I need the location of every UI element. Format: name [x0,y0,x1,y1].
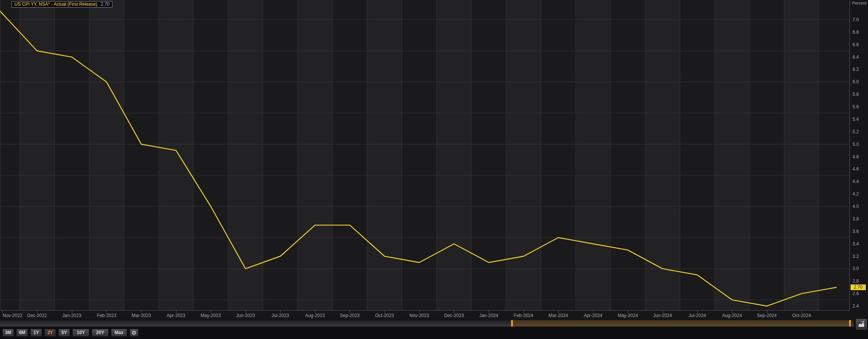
x-axis-tick-label: Nov-2022 [3,313,22,318]
x-axis-tick-label: Mar-2023 [132,313,151,318]
y-axis-tick-label: 5.6 [852,104,859,109]
range-button-10y[interactable]: 10Y [72,329,89,337]
month-band [715,0,750,311]
x-axis-tick-label: Sep-2024 [757,313,777,318]
y-axis-tick-label: 3.2 [852,254,859,259]
y-axis-tick-label: 3.4 [852,241,859,247]
chart-jump-forward-icon [858,320,865,328]
x-axis-tick-label: May-2024 [618,313,638,318]
y-axis-tick-label: 5.0 [852,142,859,147]
x-axis-tick-label: Oct-2024 [792,313,811,318]
range-button-5y[interactable]: 5Y [58,329,70,337]
x-axis-tick-label: May-2023 [201,313,221,318]
range-button-1y[interactable]: 1Y [30,329,42,337]
series-name-label: US CPI YY, NSA* - Actual (First Release) [14,2,97,7]
y-axis-tick-label: 2.8 [852,278,859,284]
month-band [159,0,193,311]
x-axis-tick-label: Dec-2023 [444,313,464,318]
x-axis-tick-label: Apr-2024 [584,313,602,318]
y-axis-tick-label: 5.4 [852,117,859,122]
cpi-line-chart [0,0,850,311]
chart-window: US CPI YY, NSA* - Actual (First Release)… [0,0,868,339]
y-axis-tick-label: 6.2 [852,67,859,72]
month-band [367,0,402,311]
x-axis: Nov-2022Dec-2022Jan-2023Feb-2023Mar-2023… [0,311,850,320]
y-axis-tick-label: 4.6 [852,166,859,172]
x-axis-tick-label: Jun-2024 [653,313,672,318]
y-axis-tick-label: 2.4 [852,303,859,309]
y-axis-tick-label: 3.0 [852,266,859,271]
x-axis-tick-label: Jan-2023 [62,313,81,318]
chart-settings-button[interactable]: ⚙ [129,329,139,337]
month-band [298,0,332,311]
price-chart-plot[interactable]: US CPI YY, NSA* - Actual (First Release)… [0,0,850,311]
y-axis-tick-label: 3.8 [852,216,859,222]
range-button-3m[interactable]: 3M [2,329,14,337]
range-button-20y[interactable]: 20Y [92,329,109,337]
scrollbar-left-handle[interactable] [511,320,513,327]
range-button-6m[interactable]: 6M [16,329,28,337]
y-axis-tick-label: 4.4 [852,179,859,184]
series-last-value: 2.70 [101,2,109,7]
y-axis-tick-label: 4.8 [852,154,859,159]
y-axis-tick-label: 5.2 [852,129,859,134]
cpi-series-line [0,0,836,306]
time-scrollbar[interactable] [0,320,854,327]
x-axis-tick-label: Jul-2023 [271,313,289,318]
range-button-2y[interactable]: 2Y [44,329,56,337]
x-axis-tick-label: Jun-2023 [236,313,255,318]
x-axis-tick-label: Dec-2022 [27,313,47,318]
y-axis-tick-label: 5.8 [852,92,859,97]
month-band [645,0,680,311]
y-axis-tick-label: 7.0 [852,17,859,22]
month-band [576,0,611,311]
month-band [506,0,541,311]
y-axis-tick-label: 3.6 [852,229,859,234]
x-axis-tick-label: Sep-2023 [340,313,360,318]
jump-to-latest-button[interactable] [856,319,867,330]
x-axis-tick-label: Jul-2024 [689,313,706,318]
x-axis-tick-label: Jan-2024 [479,313,498,318]
x-axis-tick-label: Oct-2023 [375,313,394,318]
month-band [437,0,472,311]
x-axis-tick-label: Feb-2024 [514,313,533,318]
x-axis-tick-label: Aug-2024 [722,313,742,318]
x-axis-tick-label: Feb-2023 [97,313,116,318]
y-axis-tick-label: 2.6 [852,291,859,296]
y-axis-tick-label: 6.6 [852,42,859,47]
x-axis-tick-label: Apr-2023 [167,313,185,318]
scrollbar-thumb[interactable] [511,320,851,327]
series-legend[interactable]: US CPI YY, NSA* - Actual (First Release)… [11,1,112,8]
y-axis-tick-label: 4.0 [852,204,859,209]
x-axis-tick-label: Nov-2023 [410,313,429,318]
y-axis-unit-label: Percent [852,1,866,5]
x-axis-tick-label: Aug-2023 [305,313,325,318]
y-axis: Percent 7.06.86.66.46.26.05.85.65.45.25.… [850,0,868,319]
gear-icon: ⚙ [131,330,136,336]
range-toolbar: 3M 6M 1Y 2Y 5Y 10Y 20Y Max ⚙ [2,329,139,337]
month-band [89,0,124,311]
x-axis-tick-label: Mar-2024 [549,313,568,318]
y-axis-tick-label: 6.4 [852,55,859,60]
range-button-max[interactable]: Max [111,329,127,337]
y-axis-tick-label: 6.0 [852,79,859,84]
y-axis-tick-label: 6.8 [852,30,859,35]
month-band [20,0,55,311]
last-value-badge: 2.70 [851,284,866,290]
y-axis-tick-label: 4.2 [852,191,859,197]
month-band [784,0,819,311]
scrollbar-right-handle[interactable] [849,320,851,327]
